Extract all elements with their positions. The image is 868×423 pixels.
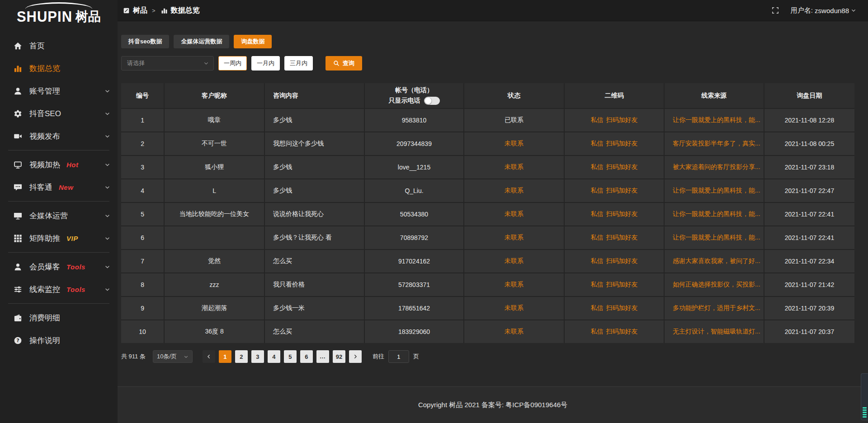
- user-icon: [14, 87, 22, 95]
- sidebar-item-video-boost[interactable]: 视频加热 Hot: [0, 153, 118, 176]
- sidebar-item-label: 操作说明: [29, 335, 60, 346]
- lead-source-link[interactable]: 客厅安装投影半年多了，真实...: [665, 132, 764, 155]
- scan-qr-add-friend-link[interactable]: 扫码加好友: [606, 187, 637, 195]
- lead-source-link[interactable]: 感谢大家喜欢我家，被问了好...: [665, 250, 764, 273]
- private-message-link[interactable]: 私信: [590, 257, 603, 265]
- sliders-icon: [14, 285, 22, 294]
- page-button-92[interactable]: 92: [333, 350, 345, 363]
- scan-qr-add-friend-link[interactable]: 扫码加好友: [606, 328, 637, 336]
- search-button[interactable]: 查询: [326, 56, 362, 70]
- cell-qrcode: 私信 扫码加好友: [565, 179, 664, 202]
- private-message-link[interactable]: 私信: [590, 210, 603, 218]
- scan-qr-add-friend-link[interactable]: 扫码加好友: [606, 257, 637, 265]
- sidebar-item-account-management[interactable]: 账号管理: [0, 80, 118, 102]
- username-value: zswodun88: [815, 7, 849, 14]
- lead-source-link[interactable]: 被大家追着问的客厅投影分享...: [665, 156, 764, 179]
- sidebar-divider: [8, 303, 109, 304]
- sidebar-item-badge: Tools: [66, 286, 85, 293]
- page-button-6[interactable]: 6: [300, 350, 313, 363]
- cell-row-number: 1: [121, 109, 164, 132]
- cell-row-number: 3: [121, 156, 164, 179]
- chevron-down-icon: [104, 162, 110, 168]
- lead-source-link[interactable]: 让你一眼就爱上的黑科技，能...: [665, 179, 764, 202]
- scan-qr-add-friend-link[interactable]: 扫码加好友: [606, 140, 637, 148]
- page-button-2[interactable]: 2: [235, 350, 248, 363]
- cell-qrcode: 私信 扫码加好友: [565, 109, 664, 132]
- scan-qr-add-friend-link[interactable]: 扫码加好友: [606, 234, 637, 242]
- lead-source-link[interactable]: 让你一眼就爱上的黑科技，能...: [665, 109, 764, 132]
- sidebar-item-omnimedia-operation[interactable]: 全媒体运营: [0, 204, 118, 227]
- phone-only-label: 只显示电话: [389, 97, 420, 105]
- page-button-3[interactable]: 3: [251, 350, 264, 363]
- username-label: 用户名:: [791, 6, 813, 15]
- page-size-value: 10条/页: [157, 352, 177, 361]
- fullscreen-icon[interactable]: [772, 7, 779, 14]
- sidebar-item-member-leads[interactable]: 会员爆客 Tools: [0, 255, 118, 278]
- prev-page-button[interactable]: [203, 350, 215, 363]
- sidebar-item-consumption-details[interactable]: 消费明细: [0, 306, 118, 329]
- sidebar-item-data-overview[interactable]: 数据总览: [0, 57, 118, 80]
- filter-select[interactable]: 请选择: [121, 56, 214, 70]
- scan-qr-add-friend-link[interactable]: 扫码加好友: [606, 210, 637, 218]
- private-message-link[interactable]: 私信: [590, 328, 603, 336]
- cell-account: 50534380: [365, 203, 463, 226]
- lead-source-link[interactable]: 让你一眼就爱上的黑科技，能...: [665, 203, 764, 226]
- user-menu-trigger[interactable]: 用户名: zswodun88: [791, 6, 856, 15]
- filter-row: 请选择 一周内一月内三月内 查询: [121, 56, 854, 70]
- cell-status: 已联系: [464, 109, 564, 132]
- breadcrumb-root[interactable]: 树品: [133, 6, 147, 15]
- scan-qr-add-friend-link[interactable]: 扫码加好友: [606, 163, 637, 171]
- scan-qr-add-friend-link[interactable]: 扫码加好友: [606, 281, 637, 289]
- private-message-link[interactable]: 私信: [590, 140, 603, 148]
- help-icon: ?: [14, 336, 22, 345]
- cell-qrcode: 私信 扫码加好友: [565, 132, 664, 155]
- sidebar-item-operation-guide[interactable]: ? 操作说明: [0, 329, 118, 352]
- scan-qr-add-friend-link[interactable]: 扫码加好友: [606, 304, 637, 312]
- sidebar-item-video-publish[interactable]: 视频发布: [0, 125, 118, 147]
- sidebar-item-lead-monitoring[interactable]: 线索监控 Tools: [0, 278, 118, 301]
- page-button-1[interactable]: 1: [219, 350, 231, 363]
- cell-status: 未联系: [464, 156, 564, 179]
- page-button-4[interactable]: 4: [268, 350, 280, 363]
- sidebar-item-home[interactable]: 首页: [0, 34, 118, 57]
- next-page-button[interactable]: [349, 350, 362, 363]
- lead-source-link[interactable]: 无主灯设计，智能磁吸轨道灯...: [665, 320, 764, 343]
- tab-inquiry-data[interactable]: 询盘数据: [234, 35, 272, 48]
- private-message-link[interactable]: 私信: [590, 234, 603, 242]
- chevron-down-icon: [104, 133, 110, 139]
- cell-inquiry-date: 2021-11-07 22:34: [764, 250, 854, 273]
- range-button-last-month[interactable]: 一月内: [251, 56, 280, 70]
- cell-account: 178651642: [365, 297, 463, 320]
- sidebar-item-douyin-seo[interactable]: 抖音SEO: [0, 102, 118, 125]
- lead-source-link[interactable]: 让你一眼就爱上的黑科技，能...: [665, 226, 764, 249]
- floating-side-widget[interactable]: [861, 373, 868, 420]
- tab-omnimedia-operation-data[interactable]: 全媒体运营数据: [174, 35, 229, 48]
- account-header-title: 帐号（电话）: [395, 86, 433, 94]
- private-message-link[interactable]: 私信: [590, 304, 603, 312]
- logo-text-en: SHUPIN: [17, 9, 72, 26]
- goto-page-input[interactable]: [388, 350, 409, 363]
- page-button-5[interactable]: 5: [284, 350, 297, 363]
- private-message-link[interactable]: 私信: [590, 281, 603, 289]
- sidebar-item-doukertong[interactable]: 抖客通 New: [0, 176, 118, 198]
- private-message-link[interactable]: 私信: [590, 163, 603, 171]
- sidebar-item-badge: Hot: [66, 161, 79, 169]
- sidebar-item-label: 账号管理: [29, 86, 60, 96]
- private-message-link[interactable]: 私信: [590, 187, 603, 195]
- tab-douyin-seo-data[interactable]: 抖音seo数据: [121, 35, 169, 48]
- cell-inquiry-date: 2021-11-07 21:42: [764, 273, 854, 296]
- phone-only-toggle[interactable]: [424, 97, 440, 105]
- sidebar-item-matrix-boost[interactable]: 矩阵助推 VIP: [0, 227, 118, 249]
- page-size-select[interactable]: 10条/页: [153, 350, 193, 363]
- range-button-last-3-months[interactable]: 三月内: [284, 56, 313, 70]
- cell-row-number: 10: [121, 320, 164, 343]
- private-message-link[interactable]: 私信: [590, 116, 603, 124]
- cell-inquiry-content: 多少钱: [265, 179, 364, 202]
- shupin-logo[interactable]: SHUPIN 树品: [0, 0, 118, 29]
- lead-source-link[interactable]: 如何正确选择投影仪，买投影...: [665, 273, 764, 296]
- page-ellipsis[interactable]: ...: [316, 350, 329, 363]
- home-icon: [14, 42, 22, 50]
- range-button-last-week[interactable]: 一周内: [218, 56, 247, 70]
- lead-source-link[interactable]: 多功能护栏灯，适用于乡村文...: [665, 297, 764, 320]
- scan-qr-add-friend-link[interactable]: 扫码加好友: [606, 116, 637, 124]
